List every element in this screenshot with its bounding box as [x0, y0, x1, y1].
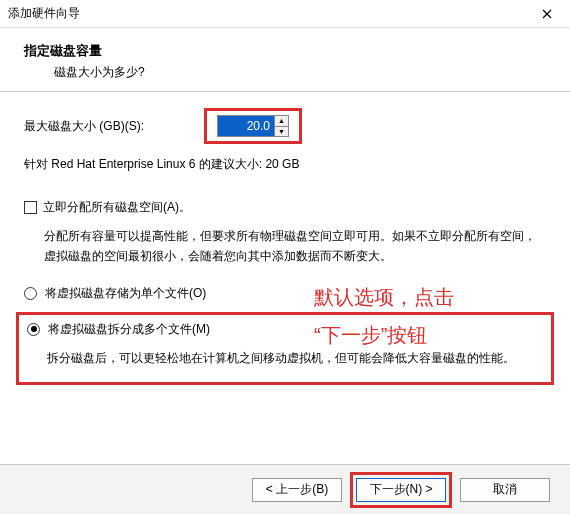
allocate-now-label: 立即分配所有磁盘空间(A)。 — [43, 199, 191, 216]
disk-size-label: 最大磁盘大小 (GB)(S): — [24, 118, 144, 135]
allocate-now-checkbox[interactable]: 立即分配所有磁盘空间(A)。 — [24, 199, 546, 216]
radio-split-label: 将虚拟磁盘拆分成多个文件(M) — [48, 321, 210, 338]
radio-single-file[interactable]: 将虚拟磁盘存储为单个文件(O) — [24, 285, 546, 302]
allocate-now-desc: 分配所有容量可以提高性能，但要求所有物理磁盘空间立即可用。如果不立即分配所有空间… — [44, 226, 546, 267]
radio-icon[interactable] — [27, 323, 40, 336]
spinner-down-icon[interactable]: ▼ — [275, 127, 288, 137]
wizard-content: 最大磁盘大小 (GB)(S): ▲ ▼ 针对 Red Hat Enterpris… — [0, 92, 570, 393]
close-icon[interactable] — [532, 4, 562, 24]
spinner-up-icon[interactable]: ▲ — [275, 116, 288, 127]
radio-split-desc: 拆分磁盘后，可以更轻松地在计算机之间移动虚拟机，但可能会降低大容量磁盘的性能。 — [47, 348, 543, 368]
highlight-size-input: ▲ ▼ — [204, 108, 302, 144]
radio-single-label: 将虚拟磁盘存储为单个文件(O) — [45, 285, 206, 302]
checkbox-icon[interactable] — [24, 201, 37, 214]
radio-icon[interactable] — [24, 287, 37, 300]
page-subtitle: 磁盘大小为多少? — [54, 64, 546, 81]
highlight-selected-radio: 将虚拟磁盘拆分成多个文件(M) 拆分磁盘后，可以更轻松地在计算机之间移动虚拟机，… — [16, 312, 554, 385]
disk-size-input[interactable] — [218, 116, 274, 136]
highlight-next-button: 下一步(N) > — [350, 472, 452, 508]
radio-split-files[interactable]: 将虚拟磁盘拆分成多个文件(M) — [27, 321, 543, 338]
page-title: 指定磁盘容量 — [24, 42, 546, 60]
recommendation-text: 针对 Red Hat Enterprise Linux 6 的建议大小: 20 … — [24, 156, 546, 173]
disk-size-spinner[interactable]: ▲ ▼ — [217, 115, 289, 137]
wizard-header: 指定磁盘容量 磁盘大小为多少? — [0, 28, 570, 92]
titlebar: 添加硬件向导 — [0, 0, 570, 28]
wizard-footer: < 上一步(B) 下一步(N) > 取消 — [0, 464, 570, 514]
back-button[interactable]: < 上一步(B) — [252, 478, 342, 502]
disk-size-row: 最大磁盘大小 (GB)(S): ▲ ▼ — [24, 108, 546, 144]
cancel-button[interactable]: 取消 — [460, 478, 550, 502]
next-button[interactable]: 下一步(N) > — [356, 478, 446, 502]
window-title: 添加硬件向导 — [8, 5, 532, 22]
spinner-buttons[interactable]: ▲ ▼ — [274, 116, 288, 136]
